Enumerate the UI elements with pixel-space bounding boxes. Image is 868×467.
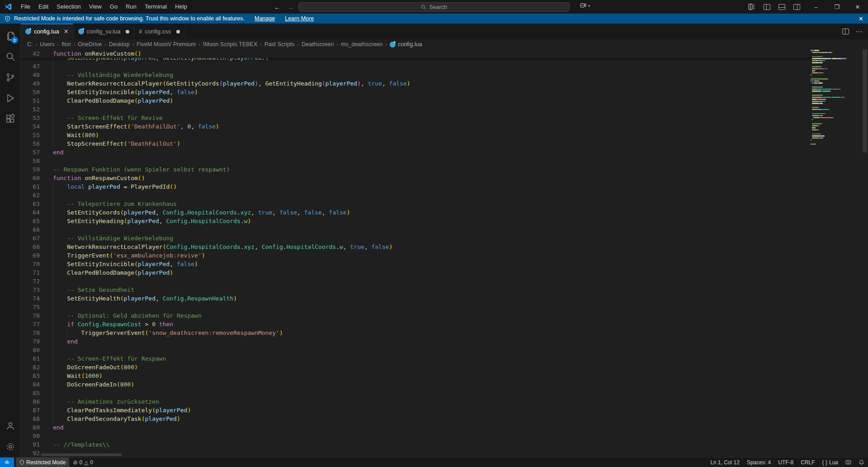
code-line[interactable]: 65 SetEntityHeading(playerPed, Config.Ho… [21, 217, 809, 225]
editor-more-actions-icon[interactable]: ··· [855, 28, 863, 36]
menu-file[interactable]: File [17, 2, 34, 12]
code-line[interactable]: 85 [21, 389, 809, 397]
sidebar-item-search[interactable] [0, 46, 21, 67]
sidebar-item-extensions[interactable] [0, 109, 21, 129]
code-editor[interactable]: 42function onReviveCustom() 46 SetEntity… [21, 49, 868, 457]
horizontal-scrollbar-thumb[interactable] [41, 453, 122, 456]
code-line[interactable]: 49 NetworkResurrectLocalPlayer(GetEntity… [21, 79, 809, 88]
code-line[interactable]: 66 [21, 225, 809, 234]
code-line[interactable]: 89end [21, 423, 809, 432]
menu-edit[interactable]: Edit [34, 2, 52, 12]
code-line[interactable]: 88 ClearPedSecondaryTask(playerPed) [21, 415, 809, 423]
code-line[interactable]: 57end [21, 148, 809, 157]
minimize-button[interactable]: – [806, 0, 826, 14]
tab-config.lua[interactable]: config.lua✕ [21, 24, 74, 39]
code-line[interactable]: 78 TriggerServerEvent('snow_deathscreen:… [21, 329, 809, 337]
code-line[interactable]: 56 StopScreenEffect('DeathFailOut') [21, 139, 809, 148]
menu-go[interactable]: Go [106, 2, 122, 12]
nav-forward-icon[interactable]: → [287, 3, 294, 11]
code-line[interactable]: 64 SetEntityCoords(playerPed, Config.Hos… [21, 208, 809, 217]
breadcrumb-item[interactable]: FiveM MoonV Premium [137, 41, 196, 48]
code-line[interactable]: 55 Wait(800) [21, 131, 809, 139]
scrollbar-thumb[interactable] [863, 49, 867, 152]
code-line[interactable]: 92 [21, 449, 809, 457]
code-line[interactable]: 72 [21, 277, 809, 286]
breadcrumb-item[interactable]: !Moon Scripts TEBEX [203, 41, 258, 48]
code-line[interactable]: 50 SetEntityInvincible(playerPed, false) [21, 88, 809, 96]
nav-back-icon[interactable]: ← [274, 3, 281, 11]
code-line[interactable]: 70 SetEntityInvincible(playerPed, false) [21, 260, 809, 268]
breadcrumb-item[interactable]: flori [62, 41, 71, 48]
code-line[interactable]: 87 ClearPedTasksImmediately(playerPed) [21, 406, 809, 415]
code-line[interactable]: 54 StartScreenEffect('DeathFailOut', 0, … [21, 122, 809, 131]
breadcrumb-item[interactable]: Paid Scripts [264, 41, 295, 48]
cursor-position[interactable]: Ln 1, Col 12 [707, 457, 743, 467]
code-line[interactable]: 46 SetEntityHealth(playerPed, GetEntityM… [21, 58, 809, 62]
code-line[interactable]: 77 if Config.RespawnCost > 0 then [21, 320, 809, 329]
breadcrumb-item[interactable]: Users [40, 41, 55, 48]
breadcrumb-item[interactable]: C: [27, 41, 33, 48]
toggle-primary-sidebar-icon[interactable] [764, 4, 770, 10]
modified-dot-icon[interactable] [126, 30, 129, 33]
command-center-search[interactable]: Search [298, 2, 570, 12]
code-line[interactable]: 59-- Respawn Funktion (wenn Spieler selb… [21, 165, 809, 174]
feedback-status[interactable] [842, 457, 855, 467]
code-line[interactable]: 79 end [21, 337, 809, 346]
maximize-button[interactable]: ❐ [826, 0, 847, 14]
code-line[interactable]: 83 Wait(1000) [21, 372, 809, 380]
menu-selection[interactable]: Selection [52, 2, 85, 12]
learn-more-link[interactable]: Learn More [285, 15, 314, 22]
code-line[interactable]: 84 DoScreenFadeIn(800) [21, 380, 809, 389]
code-line[interactable]: 69 TriggerEvent('esx_ambulancejob:revive… [21, 251, 809, 260]
code-line[interactable]: 80 [21, 346, 809, 354]
banner-close-icon[interactable]: ✕ [859, 15, 863, 22]
vertical-scrollbar[interactable] [862, 49, 868, 457]
code-line[interactable]: 48 -- Vollständige Wiederbelebung [21, 71, 809, 79]
code-line[interactable]: 68 NetworkResurrectLocalPlayer(Config.Ho… [21, 243, 809, 251]
toggle-panel-icon[interactable] [778, 4, 785, 10]
code-line[interactable]: 62 [21, 191, 809, 200]
sidebar-item-source-control[interactable] [0, 67, 21, 88]
settings-menu[interactable] [0, 436, 21, 457]
code-line[interactable]: 47 [21, 62, 809, 71]
copilot-menu[interactable]: ▾ [580, 3, 590, 9]
eol-status[interactable]: CRLF [797, 457, 818, 467]
tab-config.css[interactable]: #config.css [134, 24, 185, 39]
code-line[interactable]: 67 -- Vollständige Wiederbelebung [21, 234, 809, 243]
menu-view[interactable]: View [85, 2, 106, 12]
minimap[interactable] [811, 49, 861, 147]
code-line[interactable]: 73 -- Setze Gesundheit [21, 286, 809, 294]
indentation-status[interactable]: Spaces: 4 [743, 457, 774, 467]
close-button[interactable]: ✕ [847, 0, 868, 14]
problems-status[interactable]: ⊘ 0 △ 0 [69, 457, 97, 467]
toggle-secondary-sidebar-icon[interactable] [793, 4, 800, 10]
language-mode[interactable]: { } Lua [819, 457, 842, 467]
account-menu[interactable] [0, 415, 21, 436]
restricted-mode-status[interactable]: Restricted Mode [16, 457, 69, 467]
code-line[interactable]: 91-- //Templates\\ [21, 440, 809, 449]
code-line[interactable]: 58 [21, 157, 809, 165]
code-line[interactable]: 76 -- Optional: Geld abziehen für Respaw… [21, 311, 809, 320]
code-line[interactable]: 51 ClearPedBloodDamage(playerPed) [21, 96, 809, 105]
code-line[interactable]: 61 local playerPed = PlayerPedId() [21, 182, 809, 191]
breadcrumb-item[interactable]: OneDrive [78, 41, 102, 48]
tab-close-icon[interactable]: ✕ [64, 28, 69, 35]
breadcrumb-item[interactable]: ms_deathscreen [341, 41, 382, 48]
code-line[interactable]: 71 ClearPedBloodDamage(playerPed) [21, 268, 809, 277]
notifications-status[interactable] [855, 457, 868, 467]
modified-dot-icon[interactable] [176, 30, 180, 33]
customize-layout-icon[interactable] [748, 4, 755, 10]
remote-indicator[interactable] [0, 457, 14, 467]
tab-config_sv.lua[interactable]: config_sv.lua [74, 24, 135, 39]
breadcrumb-item[interactable]: Desktop [109, 41, 130, 48]
code-line[interactable]: 60function onRespawnCustom() [21, 174, 809, 182]
code-line[interactable]: 52 [21, 105, 809, 114]
menu-terminal[interactable]: Terminal [141, 2, 171, 12]
breadcrumb-item[interactable]: Deathscreen [302, 41, 334, 48]
code-line[interactable]: 82 DoScreenFadeOut(800) [21, 363, 809, 372]
sidebar-item-explorer[interactable]: 2 [0, 25, 21, 46]
manage-link[interactable]: Manage [255, 15, 275, 22]
encoding-status[interactable]: UTF-8 [774, 457, 797, 467]
breadcrumb-file[interactable]: config.lua [390, 41, 422, 48]
code-line[interactable]: 90 [21, 432, 809, 440]
